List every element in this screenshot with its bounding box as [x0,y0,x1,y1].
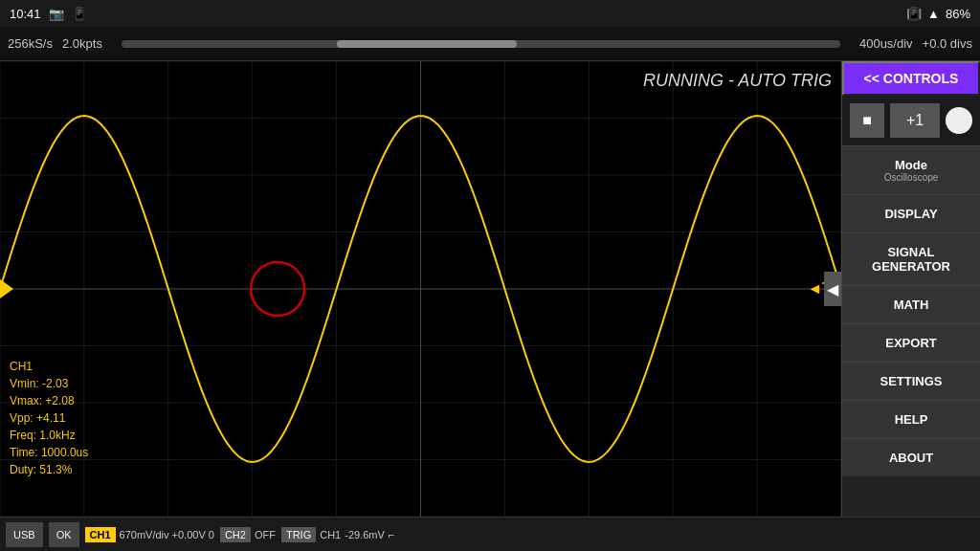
time-display: 10:41 [10,7,41,21]
usb-label: USB [13,529,35,540]
points-display: 2.0kpts [62,36,102,51]
main-layout: RUNNING - AUTO TRIG ◄T CH1 Vmin: -2.03 V… [0,61,980,517]
phone-icon: 📱 [72,7,87,21]
top-control-buttons: ■ +1 [842,96,980,145]
trig-ch-text: CH1 [320,529,341,540]
status-left: 10:41 📷 📱 [10,7,87,21]
ch1-settings-text: 670mV/div +0.00V 0 [120,529,214,540]
time-slider[interactable] [122,40,840,48]
trig-value-text: -29.6mV [345,529,385,540]
vibrate-icon: 📳 [906,7,922,21]
panel-collapse-arrow[interactable]: ◀ [824,272,841,306]
mode-sub-label: Oscilloscope [884,172,939,183]
divs-display: +0.0 divs [923,36,972,51]
mode-label: Mode [895,158,927,172]
sample-rate: 256kS/s [8,36,53,51]
ch1-time: Time: 1000.0us [10,444,88,461]
white-circle-button[interactable] [946,107,972,134]
display-button[interactable]: DISPLAY [842,194,980,232]
running-status: RUNNING - AUTO TRIG [643,71,832,91]
ch1-vpp: Vpp: +4.11 [10,409,88,427]
math-button[interactable]: MATH [842,285,980,323]
plus-one-button[interactable]: +1 [890,103,940,138]
trig-badge: TRIG [281,527,316,542]
trig-slope-icon: ⌐ [389,529,394,540]
ok-label: OK [56,529,72,540]
battery-display: 86% [946,7,970,21]
mode-button[interactable]: Mode Oscilloscope [842,145,980,194]
ch1-vmin: Vmin: -2.03 [10,375,88,392]
top-bar: 256kS/s 2.0kpts 400us/div +0.0 divs [0,27,980,61]
settings-button[interactable]: SETTINGS [842,362,980,400]
about-button[interactable]: ABOUT [842,438,980,476]
controls-panel: << CONTROLS ■ +1 Mode Oscilloscope DISPL… [841,61,980,517]
ch2-section: CH2 OFF [220,527,276,542]
trig-section: TRIG CH1 -29.6mV ⌐ [281,527,394,542]
usb-button[interactable]: USB [6,522,43,547]
bottom-bar: USB OK CH1 670mV/div +0.00V 0 CH2 OFF TR… [0,517,980,551]
help-button[interactable]: HELP [842,400,980,438]
time-div: 400us/div [859,36,913,51]
ch1-badge: CH1 [85,527,116,542]
ch2-badge: CH2 [220,527,251,542]
ch1-vmax: Vmax: +2.08 [10,392,88,409]
signal-gen-label: SIGNALGENERATOR [872,245,950,274]
status-bar: 10:41 📷 📱 📳 ▲ 86% [0,0,980,27]
ok-button[interactable]: OK [49,522,79,547]
scope-canvas [0,61,841,517]
camera-icon: 📷 [49,7,64,21]
status-right: 📳 ▲ 86% [906,7,970,21]
stop-button[interactable]: ■ [850,103,884,138]
ch2-off-text: OFF [255,529,276,540]
stop-icon: ■ [862,112,872,129]
arrow-icon: ◀ [827,280,838,298]
ch1-duty: Duty: 51.3% [10,461,88,478]
ch1-section: CH1 670mV/div +0.00V 0 [85,527,214,542]
slider-thumb [337,40,517,48]
export-button[interactable]: EXPORT [842,323,980,362]
oscilloscope-display[interactable]: RUNNING - AUTO TRIG ◄T CH1 Vmin: -2.03 V… [0,61,841,517]
plus-one-label: +1 [906,112,924,129]
trigger-level-arrow [0,279,13,298]
controls-header-button[interactable]: << CONTROLS [842,61,980,96]
ch1-label: CH1 [10,358,88,375]
ch1-measurements: CH1 Vmin: -2.03 Vmax: +2.08 Vpp: +4.11 F… [10,358,88,478]
ch1-freq: Freq: 1.0kHz [10,427,88,444]
signal-generator-button[interactable]: SIGNALGENERATOR [842,232,980,285]
wifi-icon: ▲ [927,7,940,21]
